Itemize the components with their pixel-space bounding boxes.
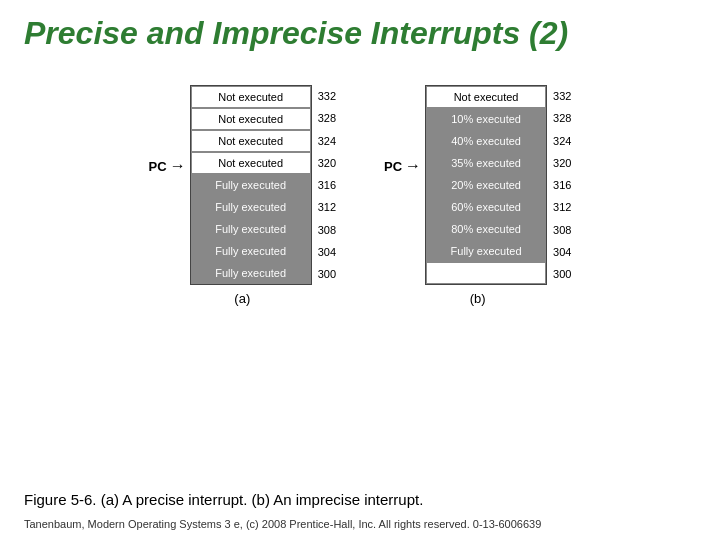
instruction-table-b: Not executed10% executed40% executed35% … xyxy=(425,85,547,285)
number-entry-4: 316 xyxy=(553,174,571,196)
instruction-cell-3: 35% executed xyxy=(426,152,546,174)
number-entry-8: 300 xyxy=(318,263,336,285)
number-entry-8: 300 xyxy=(553,263,571,285)
numbers-col-a: 332328324320316312308304300 xyxy=(318,85,336,285)
number-entry-7: 304 xyxy=(318,241,336,263)
pc-block-b: PC → xyxy=(384,69,421,285)
number-entry-6: 308 xyxy=(318,219,336,241)
page: Precise and Imprecise Interrupts (2) PC … xyxy=(0,0,720,540)
instruction-cell-5: 60% executed xyxy=(426,196,546,218)
number-entry-1: 328 xyxy=(318,107,336,129)
instruction-cell-1: Not executed xyxy=(191,108,311,130)
instruction-cell-1: 10% executed xyxy=(426,108,546,130)
diagram-b-wrapper: PC → Not executed10% executed40% execute… xyxy=(384,69,571,285)
diagram-b-label: (b) xyxy=(470,291,486,306)
number-entry-6: 308 xyxy=(553,219,571,241)
instruction-cell-4: 20% executed xyxy=(426,174,546,196)
number-entry-0: 332 xyxy=(318,85,336,107)
pc-block-a: PC → xyxy=(149,69,186,285)
pc-label-a: PC xyxy=(149,159,167,174)
footer: Tanenbaum, Modern Operating Systems 3 e,… xyxy=(24,518,696,530)
pc-arrow-b: PC → xyxy=(384,157,421,175)
pc-label-b: PC xyxy=(384,159,402,174)
diagram-b: PC → Not executed10% executed40% execute… xyxy=(384,69,571,306)
diagram-a-label: (a) xyxy=(234,291,250,306)
table-numbers-inner-a: Not executedNot executedNot executedNot … xyxy=(190,85,336,285)
numbers-col-b: 332328324320316312308304300 xyxy=(553,85,571,285)
instruction-cell-6: Fully executed xyxy=(191,218,311,240)
number-entry-5: 312 xyxy=(318,196,336,218)
number-entry-3: 320 xyxy=(553,152,571,174)
number-entry-1: 328 xyxy=(553,107,571,129)
instruction-cell-8: Fully executed xyxy=(191,262,311,284)
caption: Figure 5-6. (a) A precise interrupt. (b)… xyxy=(24,491,696,508)
instruction-cell-5: Fully executed xyxy=(191,196,311,218)
number-entry-2: 324 xyxy=(553,130,571,152)
number-entry-4: 316 xyxy=(318,174,336,196)
diagram-a: PC → Not executedNot executedNot execute… xyxy=(149,69,336,306)
arrow-b: → xyxy=(405,157,421,175)
arrow-a: → xyxy=(170,157,186,175)
page-title: Precise and Imprecise Interrupts (2) xyxy=(24,16,696,51)
instruction-cell-6: 80% executed xyxy=(426,218,546,240)
number-entry-0: 332 xyxy=(553,85,571,107)
number-entry-2: 324 xyxy=(318,130,336,152)
instruction-cell-7: Fully executed xyxy=(191,240,311,262)
instruction-cell-2: Not executed xyxy=(191,130,311,152)
instruction-cell-4: Fully executed xyxy=(191,174,311,196)
instruction-table-a: Not executedNot executedNot executedNot … xyxy=(190,85,312,285)
diagrams-row: PC → Not executedNot executedNot execute… xyxy=(24,69,696,481)
pc-arrow-a: PC → xyxy=(149,157,186,175)
instruction-cell-7: Fully executed xyxy=(426,240,546,262)
instruction-cell-2: 40% executed xyxy=(426,130,546,152)
number-entry-3: 320 xyxy=(318,152,336,174)
number-entry-7: 304 xyxy=(553,241,571,263)
number-entry-5: 312 xyxy=(553,196,571,218)
instruction-cell-8 xyxy=(426,262,546,284)
instruction-cell-3: Not executed xyxy=(191,152,311,174)
table-numbers-a: Not executedNot executedNot executedNot … xyxy=(190,85,336,285)
table-numbers-b: Not executed10% executed40% executed35% … xyxy=(425,85,571,285)
instruction-cell-0: Not executed xyxy=(191,86,311,108)
table-numbers-inner-b: Not executed10% executed40% executed35% … xyxy=(425,85,571,285)
instruction-cell-0: Not executed xyxy=(426,86,546,108)
diagram-a-wrapper: PC → Not executedNot executedNot execute… xyxy=(149,69,336,285)
